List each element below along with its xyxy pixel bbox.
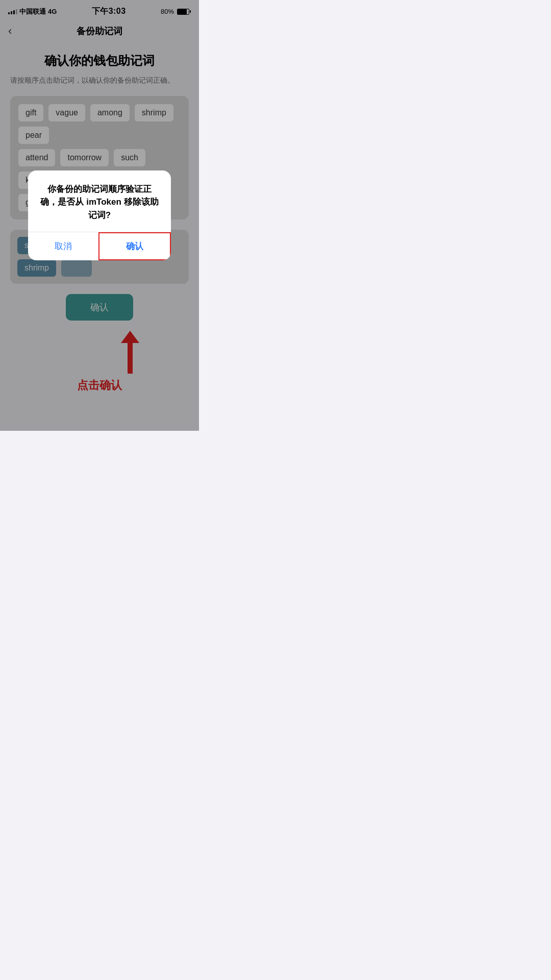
dialog-message: 你备份的助记词顺序验证正确，是否从 imToken 移除该助记词?	[40, 183, 159, 222]
dialog-actions: 取消 确认	[28, 232, 171, 260]
dialog-overlay: 你备份的助记词顺序验证正确，是否从 imToken 移除该助记词? 取消 确认	[0, 0, 199, 431]
dialog: 你备份的助记词顺序验证正确，是否从 imToken 移除该助记词? 取消 确认	[28, 170, 171, 261]
dialog-confirm-button[interactable]: 确认	[98, 232, 171, 260]
dialog-body: 你备份的助记词顺序验证正确，是否从 imToken 移除该助记词?	[28, 170, 171, 232]
dialog-cancel-button[interactable]: 取消	[28, 232, 98, 260]
